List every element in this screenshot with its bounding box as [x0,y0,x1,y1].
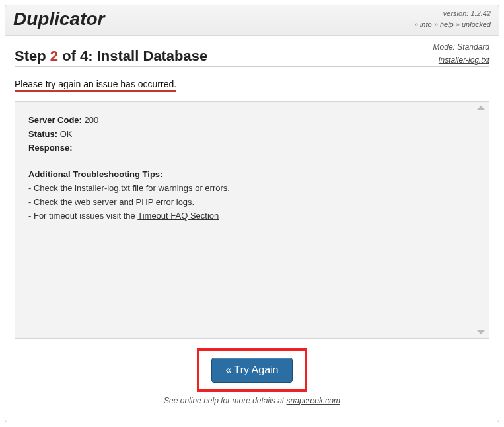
app-window: Duplicator version: 1.2.42 » info » help… [5,5,499,422]
divider [28,161,476,161]
error-row: Please try again an issue has occurred. [15,67,489,92]
footer-help: See online help for more details at snap… [15,396,489,405]
header-links: » info » help » unlocked [414,19,491,30]
header-meta: version: 1.2.42 » info » help » unlocked [414,8,491,30]
tip-installer-log-link[interactable]: installer-log.txt [75,183,130,193]
step-title: Step 2 of 4: Install Database [15,48,207,65]
step-row: Step 2 of 4: Install Database installer-… [15,48,489,67]
tip-3: - For timeout issues visit the Timeout F… [28,211,476,221]
status-row: Status: OK [28,129,476,139]
unlocked-link[interactable]: unlocked [462,20,491,28]
tip-2: - Check the web server and PHP error log… [28,197,476,207]
scroll-down-icon[interactable] [477,330,485,334]
button-row: « Try Again [15,348,489,392]
header-bar: Duplicator version: 1.2.42 » info » help… [5,5,499,36]
scroll-up-icon[interactable] [477,106,485,110]
error-message: Please try again an issue has occurred. [15,79,176,92]
app-logo: Duplicator [13,9,104,30]
step-number: 2 [50,48,58,64]
tip-1: - Check the installer-log.txt file for w… [28,183,476,193]
tips-heading: Additional Troubleshooting Tips: [28,169,476,179]
content-area: Mode: Standard Step 2 of 4: Install Data… [5,36,499,413]
try-again-button[interactable]: « Try Again [211,358,292,383]
timeout-faq-link[interactable]: Timeout FAQ Section [137,211,219,221]
highlight-box: « Try Again [197,348,306,392]
response-row: Response: [28,143,476,153]
installer-log-link[interactable]: installer-log.txt [439,56,489,65]
version-text: version: 1.2.42 [414,8,491,19]
response-panel: Server Code: 200 Status: OK Response: Ad… [15,101,489,339]
snapcreek-link[interactable]: snapcreek.com [287,396,340,405]
server-code-row: Server Code: 200 [28,115,476,125]
info-link[interactable]: info [420,20,432,28]
help-link[interactable]: help [440,20,454,28]
